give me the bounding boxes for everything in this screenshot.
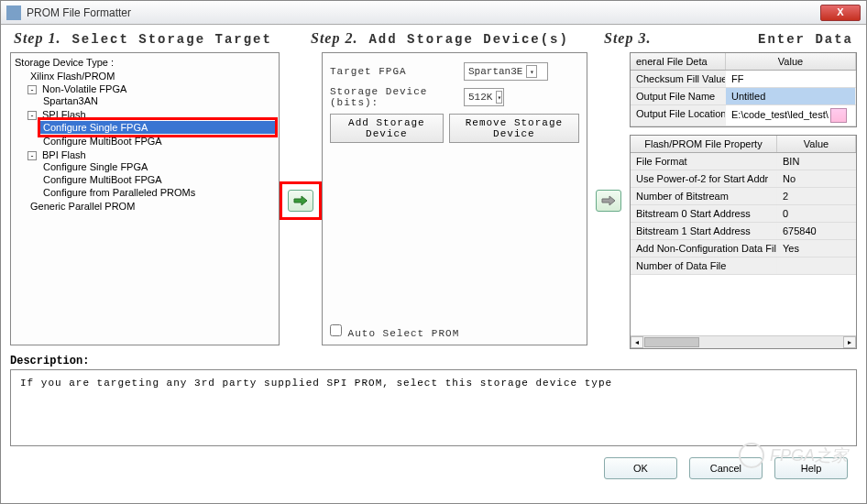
storage-device-tree[interactable]: Xilinx Flash/PROM -Non-Volatile FPGA Spa… [15, 70, 275, 213]
tree-item-bpi-flash[interactable]: BPI Flash [39, 148, 89, 161]
tree-item-bpi-configure-paralleled[interactable]: Configure from Paralleled PROMs [40, 186, 198, 199]
table-row[interactable]: Bitstream 1 Start Address675840 [631, 223, 856, 240]
table-row[interactable]: Use Power-of-2 for Start AddrNo [631, 170, 856, 188]
property-value[interactable]: BIN [777, 153, 856, 170]
add-storage-device-panel: Target FPGA Spartan3E ▾ Storage Device (… [322, 52, 587, 345]
checksum-fill-key: Checksum Fill Value [631, 71, 726, 87]
property-key: Number of Bitstream [631, 188, 777, 204]
target-fpga-label: Target FPGA [330, 66, 458, 77]
description-header: Description: [10, 355, 857, 367]
property-key: Use Power-of-2 for Start Addr [631, 170, 777, 187]
property-key: File Format [631, 153, 777, 170]
auto-select-row: Auto Select PROM [330, 324, 459, 339]
property-key: Add Non-Configuration Data Files [631, 240, 777, 257]
property-value[interactable]: 675840 [777, 223, 856, 239]
checksum-fill-value[interactable]: FF [726, 71, 856, 87]
property-value[interactable]: 2 [777, 188, 856, 204]
arrow-right-icon [601, 195, 616, 206]
collapse-icon[interactable]: - [27, 85, 37, 94]
scroll-right-icon[interactable]: ▸ [843, 336, 856, 348]
target-fpga-dropdown[interactable]: Spartan3E ▾ [464, 62, 548, 81]
collapse-icon[interactable]: - [27, 111, 37, 120]
props-col1-header: Flash/PROM File Property [631, 136, 777, 152]
step1-label: Step 1. [14, 30, 60, 47]
step3-title: Enter Data [758, 32, 853, 47]
auto-select-prom-checkbox[interactable] [330, 324, 342, 336]
tree-item-bpi-configure-multiboot[interactable]: Configure MultiBoot FPGA [40, 173, 165, 186]
storage-device-value: 512K [468, 92, 492, 103]
general-file-details-grid: eneral File Deta Value Checksum Fill Val… [630, 52, 857, 127]
table-row[interactable]: Bitstream 0 Start Address0 [631, 205, 856, 223]
output-filename-key: Output File Name [631, 88, 726, 104]
storage-device-tree-panel: Storage Device Type : Xilinx Flash/PROM … [10, 52, 280, 345]
tree-item-spi-configure-multiboot[interactable]: Configure MultiBoot FPGA [40, 135, 165, 148]
tree-item-spartan3an[interactable]: Spartan3AN [40, 94, 101, 107]
output-filename-value[interactable]: Untitled [726, 88, 856, 104]
arrow-step1-to-step2[interactable] [288, 190, 313, 212]
chevron-down-icon: ▾ [496, 91, 502, 104]
table-row[interactable]: File FormatBIN [631, 153, 856, 170]
remove-storage-device-button[interactable]: Remove Storage Device [449, 114, 579, 143]
step2-title: Add Storage Device(s) [368, 32, 568, 47]
property-value[interactable]: No [777, 170, 856, 187]
auto-select-prom-label: Auto Select PROM [348, 328, 460, 339]
tree-item-nonvolatile[interactable]: Non-Volatile FPGA [39, 82, 129, 95]
tree-item-xilinx[interactable]: Xilinx Flash/PROM [27, 70, 117, 82]
horizontal-scrollbar[interactable]: ◂ ▸ [631, 335, 856, 348]
storage-device-label: Storage Device (bits): [330, 86, 458, 108]
add-storage-device-button[interactable]: Add Storage Device [330, 114, 444, 143]
property-value[interactable]: 0 [777, 205, 856, 222]
dialog-button-bar: OK Cancel Help FPGA之家 [1, 448, 866, 488]
step1-arrow-highlight [282, 184, 319, 217]
collapse-icon[interactable]: - [27, 151, 37, 160]
property-value[interactable]: Yes [777, 240, 856, 257]
help-button[interactable]: Help [774, 457, 848, 479]
arrow-right-icon [293, 195, 308, 206]
general-col1-header: eneral File Deta [631, 53, 726, 70]
step3-label: Step 3. [604, 30, 651, 47]
cancel-button[interactable]: Cancel [689, 457, 763, 479]
arrow-step2-to-step3[interactable] [596, 190, 621, 212]
step-header-row: Step 1. Select Storage Target Step 2. Ad… [1, 25, 866, 49]
output-location-value[interactable]: E:\code_test\led_test\ [726, 105, 856, 126]
property-key: Bitstream 0 Start Address [631, 205, 777, 222]
table-row[interactable]: Checksum Fill Value FF [631, 71, 856, 88]
table-row[interactable]: Add Non-Configuration Data FilesYes [631, 240, 856, 257]
tree-item-spi-configure-single[interactable]: Configure Single FPGA [40, 121, 275, 134]
output-location-key: Output File Location [631, 105, 726, 126]
step2-label: Step 2. [311, 30, 357, 47]
property-key: Bitstream 1 Start Address [631, 223, 777, 239]
scroll-left-icon[interactable]: ◂ [631, 336, 643, 348]
app-icon [6, 5, 21, 20]
description-text: If you are targeting any 3rd party suppl… [10, 369, 857, 446]
chevron-down-icon: ▾ [526, 65, 537, 78]
tree-item-generic-parallel[interactable]: Generic Parallel PROM [27, 200, 137, 213]
scrollbar-thumb[interactable] [644, 337, 699, 347]
table-row[interactable]: Output File Location E:\code_test\led_te… [631, 105, 856, 126]
tree-header: Storage Device Type : [15, 57, 275, 68]
tree-item-spi-flash[interactable]: SPI Flash [39, 108, 89, 121]
storage-device-dropdown[interactable]: 512K ▾ [464, 88, 504, 106]
folder-icon[interactable] [830, 108, 847, 123]
target-fpga-value: Spartan3E [468, 66, 522, 77]
property-value[interactable] [777, 257, 856, 274]
property-key: Number of Data File [631, 257, 777, 274]
table-row[interactable]: Number of Data File [631, 257, 856, 275]
step1-title: Select Storage Target [71, 32, 271, 47]
ok-button[interactable]: OK [604, 457, 677, 479]
close-button[interactable]: X [820, 5, 861, 21]
flash-prom-property-grid: Flash/PROM File Property Value File Form… [630, 135, 857, 349]
table-row[interactable]: Output File Name Untitled [631, 88, 856, 105]
general-col2-header: Value [726, 53, 856, 70]
title-bar: PROM File Formatter X [1, 1, 866, 25]
tree-item-bpi-configure-single[interactable]: Configure Single FPGA [40, 160, 150, 173]
props-col2-header: Value [777, 136, 856, 152]
table-row[interactable]: Number of Bitstream2 [631, 188, 856, 205]
window-title: PROM File Formatter [27, 6, 820, 19]
